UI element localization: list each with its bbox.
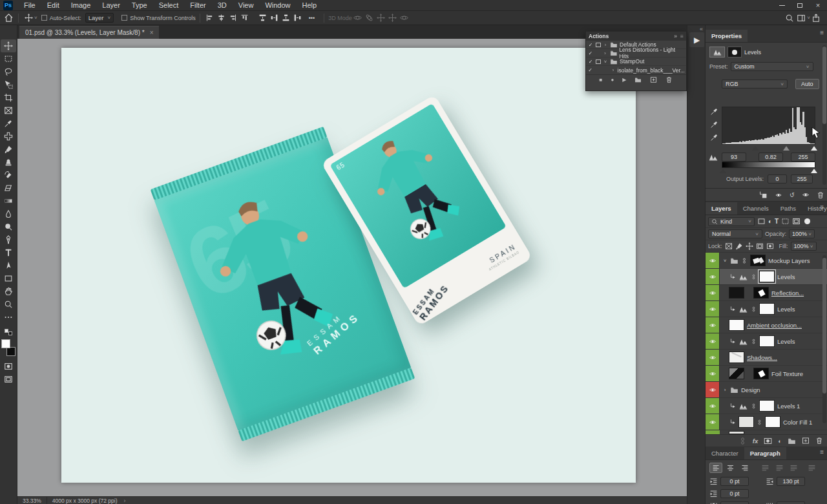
fill-field[interactable]: 100% ˅ xyxy=(791,242,817,251)
expand-panels-icon[interactable]: « xyxy=(700,26,703,32)
menu-window[interactable]: Window xyxy=(259,1,296,9)
share-icon[interactable] xyxy=(810,13,822,23)
indent-left-field[interactable]: 0 pt xyxy=(720,477,749,486)
gradient-tool[interactable] xyxy=(1,194,16,207)
align-right-edges-icon[interactable] xyxy=(227,13,239,23)
levels-adjustment-icon[interactable] xyxy=(709,47,725,58)
tab-layers[interactable]: Layers xyxy=(706,202,737,215)
output-black-slider[interactable] xyxy=(720,169,726,173)
layer-name[interactable]: Mockup Layers xyxy=(768,257,810,264)
input-gamma-field[interactable]: 0.82 xyxy=(759,152,783,162)
lock-all-icon[interactable] xyxy=(766,242,774,250)
auto-select-target-dropdown[interactable]: Layer ˅ xyxy=(85,13,114,23)
dodge-tool[interactable] xyxy=(1,220,16,233)
justify-last-center-button[interactable] xyxy=(773,463,786,473)
menu-file[interactable]: File xyxy=(18,1,41,9)
distribute-vertically-icon[interactable] xyxy=(269,13,280,23)
chevron-right-icon[interactable]: › xyxy=(722,387,728,393)
layer-name[interactable]: Levels 1 xyxy=(777,403,800,410)
chevron-down-icon[interactable]: ˅ xyxy=(34,15,37,21)
action-set-row[interactable]: ✓ › Lens Distortions - Light Hits xyxy=(586,49,686,58)
minimize-button[interactable] xyxy=(773,0,791,10)
play-selection-icon[interactable]: ▶ xyxy=(622,77,626,83)
filter-pixel-layers-icon[interactable] xyxy=(757,217,766,226)
layer-visibility-toggle[interactable] xyxy=(706,366,720,381)
history-brush-tool[interactable] xyxy=(1,169,16,182)
pen-tool[interactable] xyxy=(1,233,16,246)
space-before-field[interactable]: 0 pt xyxy=(720,501,749,504)
gamma-input-slider[interactable] xyxy=(783,146,790,151)
layer-thumbnail[interactable] xyxy=(729,319,744,331)
layer-mask-thumbnail[interactable] xyxy=(753,368,769,379)
layer-visibility-toggle[interactable] xyxy=(706,398,720,414)
input-black-field[interactable]: 93 xyxy=(722,152,746,162)
begin-recording-icon[interactable]: ● xyxy=(611,77,614,83)
screen-mode-button[interactable] xyxy=(1,373,16,386)
layer-row[interactable]: ˅ Mockup Layers xyxy=(706,253,827,269)
modal-control-icon[interactable] xyxy=(596,51,601,56)
path-selection-tool[interactable] xyxy=(1,259,16,272)
filter-type-layers-icon[interactable]: T xyxy=(775,218,779,225)
menu-3d[interactable]: 3D xyxy=(212,1,233,9)
close-button[interactable]: × xyxy=(809,0,827,10)
layer-visibility-toggle[interactable] xyxy=(706,350,720,365)
layer-row[interactable]: › Design xyxy=(706,382,827,398)
crop-tool[interactable] xyxy=(1,91,16,104)
toggle-item-check[interactable]: ✓ xyxy=(587,59,594,65)
layer-thumbnail[interactable] xyxy=(738,416,754,428)
filter-shape-layers-icon[interactable] xyxy=(781,217,790,226)
panel-menu-icon[interactable]: ≡ xyxy=(820,448,824,456)
eyedropper-tool[interactable] xyxy=(1,117,16,130)
layer-visibility-toggle[interactable] xyxy=(706,317,720,333)
hand-tool[interactable] xyxy=(1,285,16,298)
brush-tool[interactable] xyxy=(1,143,16,156)
clone-stamp-tool[interactable] xyxy=(1,156,16,169)
chevron-right-icon[interactable]: › xyxy=(603,50,608,56)
mask-link-icon[interactable] xyxy=(757,418,762,426)
layer-visibility-toggle[interactable] xyxy=(706,253,720,268)
home-icon[interactable] xyxy=(3,13,14,23)
previous-state-icon[interactable] xyxy=(774,192,783,198)
layer-mask-thumbnail[interactable] xyxy=(753,287,769,299)
opacity-field[interactable]: 100% ˅ xyxy=(789,229,815,238)
show-transform-checkbox[interactable] xyxy=(121,15,127,21)
mask-link-icon[interactable] xyxy=(741,257,748,265)
black-point-eyedropper-icon[interactable] xyxy=(710,107,718,116)
menu-select[interactable]: Select xyxy=(153,1,185,9)
mask-link-icon[interactable] xyxy=(751,337,757,346)
layer-name[interactable]: Reflection... xyxy=(771,289,804,297)
input-white-field[interactable]: 255 xyxy=(791,152,815,162)
modal-control-icon[interactable] xyxy=(596,59,601,64)
layer-name[interactable]: Levels xyxy=(777,273,795,280)
align-bottom-edges-icon[interactable] xyxy=(239,13,251,23)
move-tool[interactable] xyxy=(1,39,16,52)
chevron-right-icon[interactable]: › xyxy=(603,42,608,48)
align-center-button[interactable] xyxy=(724,463,737,473)
layer-name[interactable]: Levels xyxy=(777,338,795,345)
layer-visibility-toggle[interactable] xyxy=(706,333,720,349)
menu-type[interactable]: Type xyxy=(126,1,153,9)
filter-adjustment-layers-icon[interactable]: ◐ xyxy=(768,218,772,225)
more-align-options[interactable]: ••• xyxy=(309,15,315,21)
eraser-tool[interactable] xyxy=(1,182,16,194)
layer-row[interactable]: Color Fill 1 xyxy=(706,414,827,430)
chevron-down-icon[interactable]: ˅ xyxy=(722,258,728,264)
actions-panel-dock-icon[interactable]: ▶ xyxy=(689,32,704,47)
output-black-field[interactable]: 0 xyxy=(768,174,787,184)
toggle-item-check[interactable]: ✓ xyxy=(587,67,593,73)
document-canvas[interactable]: 65 ESSAM RAMOS 65 SPAIN ATHLETIC BILBAO … xyxy=(61,48,636,483)
collapse-panel-icon[interactable]: » xyxy=(674,33,677,39)
scrollbar-thumb[interactable] xyxy=(822,258,826,394)
output-white-field[interactable]: 255 xyxy=(791,174,813,184)
layer-row-partial[interactable] xyxy=(706,430,827,434)
scrollbar-thumb[interactable] xyxy=(822,47,826,124)
output-white-slider[interactable] xyxy=(811,169,817,173)
tab-properties[interactable]: Properties xyxy=(706,30,748,42)
object-selection-tool[interactable] xyxy=(1,78,16,91)
layer-row[interactable]: Foil Texture xyxy=(706,366,827,382)
layer-row[interactable]: Reflection... xyxy=(706,285,827,301)
justify-last-left-button[interactable] xyxy=(759,463,771,473)
tab-paths[interactable]: Paths xyxy=(775,202,802,215)
gray-point-eyedropper-icon[interactable] xyxy=(710,120,718,129)
layer-name[interactable]: Levels xyxy=(777,306,795,313)
